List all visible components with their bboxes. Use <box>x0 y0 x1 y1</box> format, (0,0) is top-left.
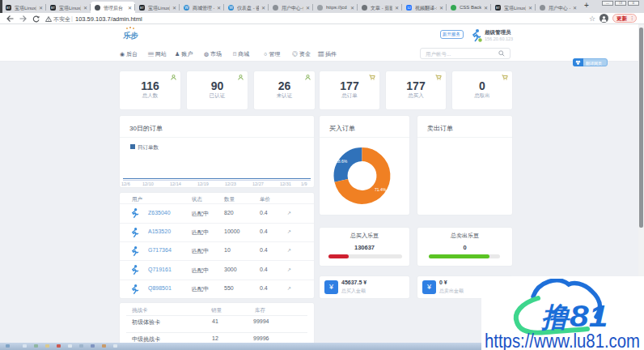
svg-text:81: 81 <box>570 300 608 333</box>
svg-text:撸: 撸 <box>540 301 570 332</box>
svg-text:28.6%: 28.6% <box>336 159 348 164</box>
svg-text:https://www.lu81.com: https://www.lu81.com <box>485 331 640 350</box>
svg-text:71.4%: 71.4% <box>375 187 387 192</box>
